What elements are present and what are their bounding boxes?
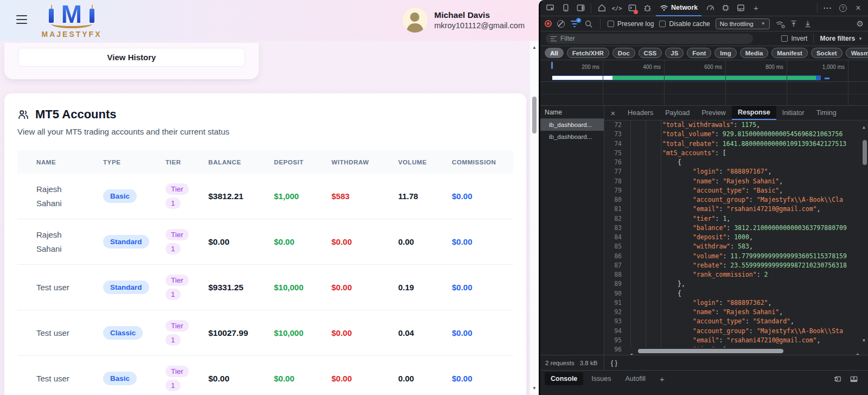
requests-name-column-header[interactable]: Name bbox=[540, 106, 604, 119]
cell-commission: $0.00 bbox=[433, 237, 513, 246]
search-icon[interactable] bbox=[584, 20, 593, 28]
token-n: 11.7799999999999993605115378159 bbox=[730, 252, 847, 260]
expand-drawer-icon[interactable] bbox=[850, 375, 858, 383]
request-row[interactable]: ib_dashboard... bbox=[540, 131, 604, 143]
scroll-up-icon[interactable]: ▲ bbox=[863, 123, 865, 132]
preserve-log-checkbox[interactable]: Preserve log bbox=[608, 20, 654, 28]
format-json-button[interactable]: { } bbox=[604, 359, 617, 367]
tab-network[interactable]: Network bbox=[656, 0, 701, 16]
token-p: , bbox=[779, 187, 783, 194]
code-line: 77"login": "888897167", bbox=[604, 167, 868, 176]
code-text: "email": "rsahani47210@gmail.com", bbox=[628, 336, 820, 345]
history-panel-icon[interactable] bbox=[833, 375, 842, 383]
filter-chip-css[interactable]: CSS bbox=[639, 48, 662, 58]
majestyfx-app-window: M MAJESTYFX Michael Davis mkroy101112@gm… bbox=[0, 0, 539, 395]
import-har-icon[interactable] bbox=[789, 20, 798, 28]
memory-chip-icon[interactable] bbox=[719, 2, 732, 15]
token-p: , bbox=[779, 308, 783, 316]
invert-checkbox[interactable]: Invert bbox=[781, 35, 807, 42]
more-options-icon[interactable]: ··· bbox=[821, 2, 834, 15]
hamburger-menu-icon[interactable] bbox=[16, 15, 27, 24]
network-conditions-icon[interactable]: ⚙ bbox=[775, 20, 784, 28]
drawer-tab-issues[interactable]: Issues bbox=[585, 372, 617, 385]
cell-balance: $9331.25 bbox=[189, 283, 255, 292]
device-toolbar-icon[interactable] bbox=[559, 2, 572, 15]
horizontal-scrollbar[interactable]: ◄ ► bbox=[628, 347, 861, 355]
filter-chip-media[interactable]: Media bbox=[740, 48, 769, 58]
console-panel-icon[interactable] bbox=[626, 2, 639, 15]
detail-tab-payload[interactable]: Payload bbox=[659, 106, 695, 120]
cell-deposit: $0.00 bbox=[255, 237, 312, 246]
scroll-down-icon[interactable]: ▼ bbox=[530, 386, 539, 391]
cell-deposit: $0.00 bbox=[255, 374, 312, 383]
vertical-scrollbar[interactable]: ▲ ▼ bbox=[861, 120, 868, 347]
token-k: "account_type" bbox=[693, 317, 745, 325]
scroll-right-icon[interactable]: ► bbox=[857, 349, 859, 355]
more-filters-button[interactable]: More filters▼ bbox=[820, 35, 863, 42]
detail-tab-headers[interactable]: Headers bbox=[622, 106, 659, 120]
network-status-bar: 2 requests 3.8 kB { } bbox=[540, 355, 868, 370]
line-number: 79 bbox=[604, 186, 628, 195]
filter-chip-wasm[interactable]: Wasm bbox=[846, 48, 868, 58]
filter-toggle-icon[interactable]: × bbox=[570, 20, 579, 28]
application-panel-icon[interactable] bbox=[734, 2, 747, 15]
dock-side-icon[interactable] bbox=[574, 2, 587, 15]
scrollbar-thumb[interactable] bbox=[532, 97, 537, 133]
code-line: 90{ bbox=[604, 289, 868, 298]
token-k: "account_type" bbox=[693, 187, 745, 194]
token-k: "name" bbox=[693, 308, 716, 316]
scroll-down-icon[interactable]: ▼ bbox=[863, 336, 865, 345]
detail-tab-response[interactable]: Response bbox=[732, 106, 776, 120]
filter-chip-doc[interactable]: Doc bbox=[612, 48, 635, 58]
help-icon[interactable]: ? bbox=[837, 2, 850, 15]
issues-bug-icon[interactable] bbox=[641, 2, 654, 15]
disable-cache-checkbox[interactable]: Disable cache bbox=[659, 20, 710, 28]
detail-tab-timing[interactable]: Timing bbox=[810, 106, 843, 120]
request-row[interactable]: ib_dashboard... bbox=[540, 119, 604, 131]
cell-withdraw: $583 bbox=[312, 192, 379, 201]
token-s: "Rajesh Sahani" bbox=[723, 177, 779, 185]
clear-network-log-icon[interactable] bbox=[557, 20, 565, 28]
inspect-element-icon[interactable] bbox=[544, 2, 557, 15]
cell-type: Standard bbox=[84, 235, 146, 249]
cell-tier: Tier 1 bbox=[146, 228, 189, 256]
filter-chip-all[interactable]: All bbox=[545, 48, 564, 58]
detail-tab-preview[interactable]: Preview bbox=[695, 106, 731, 120]
filter-chip-socket[interactable]: Socket bbox=[811, 48, 843, 58]
line-number: 82 bbox=[604, 214, 628, 224]
filter-chip-manifest[interactable]: Manifest bbox=[771, 48, 808, 58]
filter-input[interactable]: Filter bbox=[546, 34, 753, 44]
close-devtools-icon[interactable]: × bbox=[852, 2, 865, 15]
detail-tab-initiator[interactable]: Initiator bbox=[776, 106, 810, 120]
hscroll-thumb[interactable] bbox=[638, 349, 783, 353]
filter-chip-font[interactable]: Font bbox=[687, 48, 711, 58]
throttling-select[interactable]: No throttling▼ bbox=[716, 18, 770, 29]
line-number: 93 bbox=[604, 317, 628, 326]
record-network-log-icon[interactable] bbox=[545, 20, 552, 27]
filter-chip-fetch-xhr[interactable]: Fetch/XHR bbox=[567, 48, 609, 58]
user-profile-chip[interactable]: Michael Davis mkroy101112@gmail.com bbox=[403, 8, 525, 33]
elements-code-icon[interactable]: </> bbox=[610, 2, 623, 15]
close-details-icon[interactable]: × bbox=[604, 106, 622, 120]
vscroll-thumb[interactable] bbox=[863, 140, 867, 165]
token-k: "email" bbox=[693, 336, 719, 344]
drawer-tab-console[interactable]: Console bbox=[545, 372, 583, 385]
filter-chip-img[interactable]: Img bbox=[714, 48, 736, 58]
network-overview-timeline[interactable]: 200 ms400 ms600 ms800 ms1,000 ms bbox=[540, 60, 868, 82]
home-panel-icon[interactable] bbox=[595, 2, 608, 15]
response-code-viewer[interactable]: 72"total_withdrawals": 1175,73"total_vol… bbox=[604, 120, 868, 355]
export-har-icon[interactable] bbox=[803, 20, 812, 28]
code-line: 89}, bbox=[604, 279, 868, 289]
filter-chip-js[interactable]: JS bbox=[665, 48, 684, 58]
performance-icon[interactable] bbox=[704, 2, 717, 15]
add-drawer-tab-icon[interactable]: + bbox=[654, 372, 671, 385]
add-panel-icon[interactable]: + bbox=[749, 2, 762, 15]
table-row: Test userStandardTier 1$9331.25$10,000$0… bbox=[17, 265, 513, 310]
settings-gear-icon[interactable]: ⚙ bbox=[857, 19, 864, 29]
view-history-button[interactable]: View History bbox=[18, 48, 245, 67]
page-scrollbar[interactable]: ▲ ▼ bbox=[530, 41, 539, 395]
drawer-tab-autofill[interactable]: Autofill bbox=[619, 372, 652, 385]
scroll-left-icon[interactable]: ◄ bbox=[630, 349, 633, 355]
code-line: 72"total_withdrawals": 1175, bbox=[604, 120, 868, 130]
scroll-up-icon[interactable]: ▲ bbox=[530, 45, 539, 50]
